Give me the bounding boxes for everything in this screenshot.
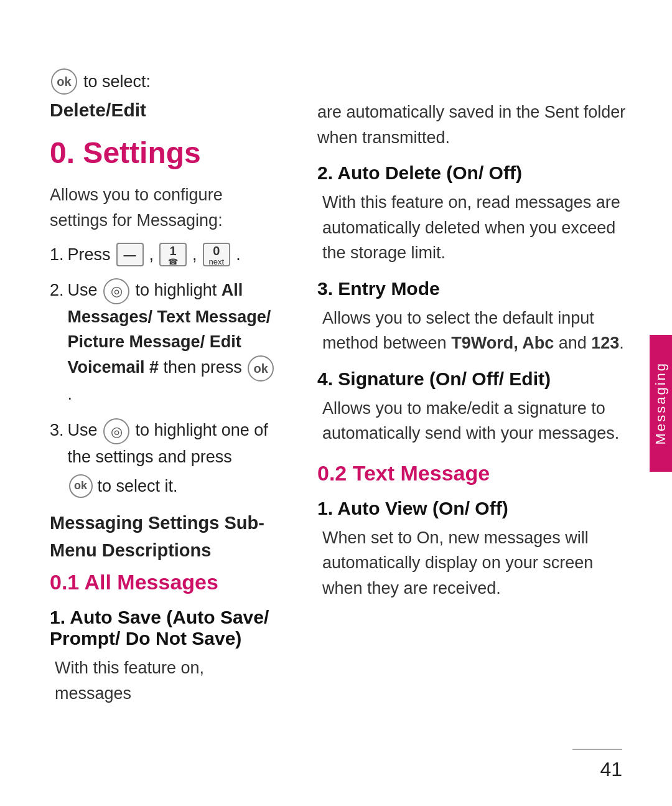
ok-icon-3: ok xyxy=(69,474,93,498)
top-ok-line: ok to select: xyxy=(50,68,280,95)
continuation-text: are automatically saved in the Sent fold… xyxy=(317,100,635,150)
right-column: are automatically saved in the Sent fold… xyxy=(305,37,672,769)
ok-icon-2: ok xyxy=(248,355,274,382)
section-02-title: 0.2 Text Message xyxy=(317,461,635,485)
nav-icon-2: ◎ xyxy=(103,278,129,304)
period-1: . xyxy=(236,245,241,265)
intro-text: Allows you to configure settings for Mes… xyxy=(50,182,280,233)
step-3-content: Use ◎ to highlight one of the settings a… xyxy=(68,418,280,499)
sidebar-tab: Messaging xyxy=(650,335,672,472)
main-title: 0. Settings xyxy=(50,136,280,170)
step-3-num: 3. xyxy=(50,418,64,443)
step-2: 2. Use ◎ to highlight All Messages/ Text… xyxy=(50,278,280,406)
step-3: 3. Use ◎ to highlight one of the setting… xyxy=(50,418,280,499)
sidebar-tab-label: Messaging xyxy=(653,362,669,444)
autosave-body: With this feature on, messages xyxy=(50,655,280,706)
settings-subheading: Messaging Settings Sub-Menu Descriptions xyxy=(50,510,280,564)
autodelete-body: With this feature on, read messages are … xyxy=(317,190,635,266)
key-0: 0next xyxy=(203,243,231,266)
step-2-num: 2. xyxy=(50,278,64,303)
comma-2: , xyxy=(192,245,197,265)
signature-body: Allows you to make/edit a signature to a… xyxy=(317,396,635,446)
nav-icon-3: ◎ xyxy=(103,418,129,444)
comma-1: , xyxy=(149,245,154,265)
autodelete-num: 2. xyxy=(317,162,337,183)
entrymode-body: Allows you to select the default input m… xyxy=(317,306,635,356)
step-1: 1. Press — , 1☎ , 0next . xyxy=(50,243,280,266)
autodelete-heading: 2. Auto Delete (On/ Off) xyxy=(317,162,635,184)
page-number: 41 xyxy=(600,758,622,781)
step-1-press: Press xyxy=(68,245,111,265)
autosave-heading: 1. Auto Save (Auto Save/ Prompt/ Do Not … xyxy=(50,607,280,649)
signature-heading: 4. Signature (On/ Off/ Edit) xyxy=(317,368,635,390)
step-1-num: 1. xyxy=(50,245,64,265)
entrymode-heading: 3. Entry Mode xyxy=(317,278,635,299)
entrymode-num: 3. xyxy=(317,278,338,299)
ok-icon-top: ok xyxy=(51,68,77,95)
section-01-title: 0.1 All Messages xyxy=(50,570,280,594)
left-column: ok to select: Delete/Edit 0. Settings Al… xyxy=(0,37,305,769)
key-menu: — xyxy=(116,243,144,266)
autoview-heading: 1. Auto View (On/ Off) xyxy=(317,498,635,519)
step-2-content: Use ◎ to highlight All Messages/ Text Me… xyxy=(68,278,280,406)
top-ok-text: to select: xyxy=(83,72,151,91)
delete-edit-label: Delete/Edit xyxy=(50,100,280,121)
signature-num: 4. xyxy=(317,368,338,389)
autoview-body: When set to On, new messages will automa… xyxy=(317,525,635,601)
key-1: 1☎ xyxy=(159,243,187,266)
bottom-separator xyxy=(572,749,622,750)
